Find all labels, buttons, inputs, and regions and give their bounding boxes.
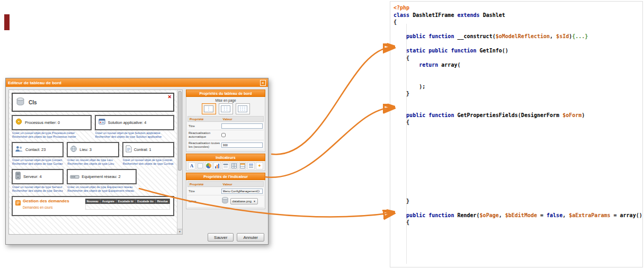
dashlet-badge-equipement-reseau[interactable]: Equipement réseau: 2 Créer un nouvel obj… (67, 169, 137, 194)
left-edge-red-marker (4, 14, 10, 30)
value-column-header: Valeur (221, 182, 263, 186)
board-title-label: Titre (189, 124, 221, 128)
dashlet-requests-summary[interactable]: Gestion des demandes Demandes en cours N… (12, 196, 174, 216)
dashlet-header-cis[interactable]: CIs ✕ (12, 93, 174, 112)
dashlet-title: Processus métier: 0 (25, 120, 60, 125)
dashlet-table-icon[interactable] (230, 162, 238, 169)
dashlet-title: Serveur: 4 (23, 174, 42, 179)
create-object-link[interactable]: Créer un nouvel objet de type Contrat (123, 158, 174, 162)
requests-column-header: Assignée (101, 199, 117, 204)
search-object-link[interactable]: Rechercher des objets de type Processus … (12, 135, 91, 139)
dashboard-editor-dialog: Editeur de tableau de bord ✕ CIs ✕ Proce… (5, 78, 269, 245)
dashlet-title: Contact: 23 (25, 147, 46, 152)
create-object-link[interactable]: Créer un nouvel objet de type Contact (12, 158, 63, 162)
search-object-link[interactable]: Rechercher des objets de type Serveur (12, 189, 63, 193)
cis-header-label: CIs (29, 100, 37, 105)
layout-label: Mise en page (187, 99, 264, 102)
dashlet-badge-serveur[interactable]: Serveur: 4 Créer un nouvel objet de type… (12, 169, 64, 194)
dashlet-piechart-icon[interactable] (205, 162, 212, 169)
dashlet-iframe-icon[interactable] (196, 162, 204, 169)
database-icon (16, 97, 25, 108)
create-object-link[interactable]: Créer un nouvel objet de type Serveur (12, 185, 63, 189)
arrow-properties-to-getpropertiesfields (265, 108, 392, 177)
create-object-link[interactable]: Créer un nouvel objet de type Processus … (12, 131, 91, 135)
dialog-titlebar[interactable]: Editeur de tableau de bord ✕ (6, 78, 268, 87)
database-icon (221, 196, 229, 206)
preview-scrollbar[interactable]: ▼ (177, 90, 182, 234)
arrow-indicators-to-getinfo (272, 47, 392, 154)
dashlet-badge-processus-metier[interactable]: Processus métier: 0 Créer un nouvel obje… (12, 115, 92, 140)
dashlet-title: Contrat: 1 (134, 147, 151, 152)
dashlet-badge-contact[interactable]: Contact: 23 Créer un nouvel objet de typ… (12, 142, 64, 167)
dashlet-title: Equipement réseau: 2 (82, 174, 120, 179)
search-object-link[interactable]: Rechercher des objets de type Solution a… (95, 135, 174, 139)
auto-refresh-label: Réactualisation automatique (189, 131, 221, 139)
code-lines: <?phpclass DashletIFrame extends Dashlet… (393, 4, 641, 226)
requests-status-table: Nouveau Assignée Escalade ttr Escalade t… (85, 199, 170, 213)
search-object-link[interactable]: Rechercher des objets de type Contrat (123, 162, 174, 166)
dashlet-badge-solution-applicative[interactable]: Solution applicative: 4 Créer un nouvel … (95, 115, 175, 140)
indicator-title-input[interactable] (221, 189, 263, 194)
icon-select-value: database.png (232, 200, 252, 203)
auto-refresh-checkbox[interactable] (221, 133, 226, 137)
dashlet-header-icon[interactable] (222, 162, 229, 169)
property-column-header: Propriété (188, 182, 221, 186)
board-title-input[interactable] (221, 123, 263, 129)
contract-document-icon (126, 145, 132, 155)
dashlet-title: Solution applicative: 4 (108, 120, 147, 125)
business-process-icon (15, 118, 23, 128)
request-list-icon (15, 199, 21, 213)
indicator-properties-header: Propriétés de l'indicateur (186, 173, 265, 180)
dashlet-grouptable-icon[interactable] (239, 162, 246, 169)
dashlet-title: Lieu: 3 (79, 147, 92, 152)
requests-column-header: Escalade ttr (117, 199, 136, 204)
layout-one-column-button[interactable] (202, 103, 216, 114)
location-icon (70, 145, 77, 155)
search-object-link[interactable]: Rechercher des objets de type Equipement… (67, 189, 136, 193)
refresh-interval-label: Réactualisation toutes les (secondes) (189, 141, 221, 149)
contacts-icon (15, 145, 23, 155)
dashlet-badge-lieu[interactable]: Lieu: 3 Créer un nouvel objet de type Li… (67, 142, 119, 167)
dialog-title: Editeur de tableau de bord (8, 81, 61, 85)
dashboard-preview[interactable]: CIs ✕ Processus métier: 0 Créer un nouve… (8, 90, 183, 235)
search-object-link[interactable]: Rechercher des objets de type Contact (12, 162, 63, 166)
dashlet-list-icon[interactable] (247, 162, 255, 169)
requests-title: Gestion des demandes (23, 199, 69, 203)
requests-column-header: Escalade tto (136, 199, 156, 204)
requests-subtitle-link[interactable]: Demandes en cours (23, 206, 69, 209)
layout-two-column-button[interactable] (219, 103, 233, 114)
requests-empty-row (85, 204, 170, 210)
property-column-header: Propriété (188, 117, 221, 121)
requests-column-header: Nouveau (85, 199, 101, 204)
indicator-icon-label: Icône (189, 200, 221, 203)
search-object-link[interactable]: Rechercher des objets de type Lieu (67, 162, 118, 166)
board-properties-header: Propriétés du tableau de bord (186, 90, 265, 97)
scrollbar-thumb[interactable] (178, 91, 182, 171)
application-solution-icon (98, 118, 106, 128)
dashlet-badge-icon[interactable]: ✦ (256, 162, 263, 169)
icon-select-dropdown[interactable]: database.png ▼ (230, 198, 258, 204)
dashlet-text-icon[interactable]: A (188, 162, 195, 169)
scroll-down-icon[interactable]: ▼ (177, 229, 182, 234)
create-object-link[interactable]: Créer un nouvel objet de type Solution a… (95, 131, 174, 135)
requests-column-header: Résolue (156, 199, 170, 204)
cancel-button[interactable]: Annuler (237, 233, 264, 242)
value-column-header: Valeur (221, 117, 263, 121)
php-code-editor[interactable]: <?phpclass DashletIFrame extends Dashlet… (390, 1, 643, 267)
delete-dashlet-icon[interactable]: ✕ (167, 94, 172, 100)
chevron-down-icon: ▼ (253, 200, 256, 203)
layout-three-column-button[interactable] (236, 103, 250, 114)
create-object-link[interactable]: Créer un nouvel objet de type Equipement… (67, 185, 136, 189)
dashlet-toolbar: A ✦ (186, 161, 265, 171)
refresh-interval-input[interactable] (221, 142, 263, 148)
dashlet-barchart-icon[interactable] (213, 162, 221, 169)
save-button[interactable]: Sauver (208, 233, 234, 242)
server-icon (15, 172, 21, 182)
create-object-link[interactable]: Créer un nouvel objet de type Lieu (67, 158, 118, 162)
network-device-icon (70, 172, 79, 182)
dashlet-badge-contrat[interactable]: Contrat: 1 Créer un nouvel objet de type… (122, 142, 174, 167)
indicator-title-label: Titre (189, 190, 221, 193)
indicators-header: Indicateurs (186, 154, 265, 161)
dialog-close-icon[interactable]: ✕ (260, 80, 266, 86)
